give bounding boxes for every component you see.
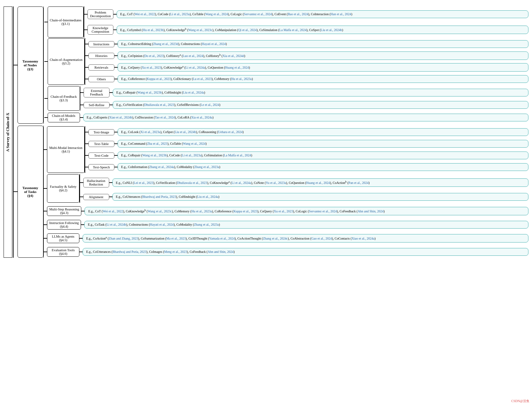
text-speech-box: Text-Speech xyxy=(88,164,114,170)
retrievals-content: E.g., CoQuery (Xu et al., 2023), CoKnowl… xyxy=(118,63,528,72)
evaluation-content: E.g., CoUtterances (Bhardwaj and Poria, … xyxy=(83,248,528,256)
alignment-box: Alignment xyxy=(83,194,109,200)
page-container: A Survey of Chain-of-X Taxonomyof Nodes(… xyxy=(0,0,532,406)
evaluation-box: Evaluation Tools(§4.6) xyxy=(47,247,79,257)
text-code-content: E.g., CoRepair (Wang et al., 2023b), CoC… xyxy=(118,152,528,160)
multistep-content: E.g., CoT (Wei et al., 2022), CoKnowledg… xyxy=(85,207,528,216)
instructions-box: Instructions xyxy=(88,41,114,47)
chain-augmentation-box: Chain-of-Augmentation(§3.2) xyxy=(48,38,85,85)
text-image-box: Text-Image xyxy=(88,129,114,135)
hallucination-content: E.g., CoNLI (Lei et al., 2023), CoVerifi… xyxy=(112,178,529,187)
chain-models-box: Chain-of-Models(§3.4) xyxy=(48,113,80,122)
knowledge-composition-content: E.g., CoSymbol (Hu et al., 2023b), CoKno… xyxy=(117,26,528,34)
taxonomy-nodes-box: Taxonomyof Nodes(§3) xyxy=(17,6,43,124)
retrievals-box: Retrievals xyxy=(88,64,114,71)
taxonomy-tasks-box: Taxonomyof Tasks(§4) xyxy=(17,126,43,258)
alignment-content: E.g., CoUtterances (Bhardwaj and Poria, … xyxy=(112,193,529,201)
multimodal-box: Multi-Modal Interaction(§4.1) xyxy=(47,126,85,173)
text-table-content: E.g., CoCommand (Zha et al., 2023), CoTa… xyxy=(118,140,528,148)
self-refine-box: Self-Refine xyxy=(84,102,110,108)
problem-decomposition-content: E.g., CoT (Wei et al., 2022), CoCode (Li… xyxy=(117,10,528,18)
chain-models-content: E.g., CoExperts (Xiao et al., 2024b), Co… xyxy=(83,114,529,122)
external-feedback-box: ExternalFeedback xyxy=(84,88,110,97)
agents-content: E.g., CoActiona (Zhan and Zhang, 2023), … xyxy=(83,234,528,243)
histories-content: E.g., CoOpinion (Do et al., 2023), CoHis… xyxy=(118,51,528,60)
chain-intermediates-box: Chain-of-Intermediates(§3.1) xyxy=(48,6,84,38)
external-feedback-content: E.g., CoRepair (Wang et al., 2023b), CoH… xyxy=(113,89,528,97)
agents-box: LLMs as Agents(§4.5) xyxy=(47,233,79,243)
text-code-box: Text-Code xyxy=(88,152,114,159)
others-box: Others xyxy=(88,76,114,82)
text-speech-content: E.g., CoInformation (Zhang et al., 2024a… xyxy=(118,163,528,171)
problem-decomposition-box: ProblemDecomposition xyxy=(87,9,113,19)
factuality-box: Factuality & Safety(§4.2) xyxy=(47,174,79,203)
histories-box: Histories xyxy=(88,53,114,59)
text-image-content: E.g., CoLook (Xi et al., 2023a), CoSpot … xyxy=(118,128,528,136)
hallucination-box: HallucinationReduction xyxy=(83,178,109,187)
survey-label: A Survey of Chain-of-X xyxy=(4,6,12,258)
watermark: CSDN@没鱼 xyxy=(511,399,529,403)
instruction-content: E.g., CoTask (Li et al., 2024b), CoInstr… xyxy=(84,221,528,229)
instruction-box: Instruction Following(§4.4) xyxy=(47,220,81,230)
instructions-content: E.g., CoInstructEditing (Zhang et al., 2… xyxy=(118,40,528,48)
multistep-box: Multi-Step Reasoning(§4.3) xyxy=(47,206,81,216)
chain-feedback-box: Chain-of-Feedback(§3.3) xyxy=(48,86,80,111)
text-table-box: Text-Table xyxy=(88,141,114,147)
self-refine-content: E.g., CoVerification (Dhuliawala et al.,… xyxy=(113,101,528,109)
knowledge-composition-box: KnowledgeComposition xyxy=(87,25,113,35)
others-content: E.g., CoReference (Kuppa et al., 2023), … xyxy=(118,75,528,83)
